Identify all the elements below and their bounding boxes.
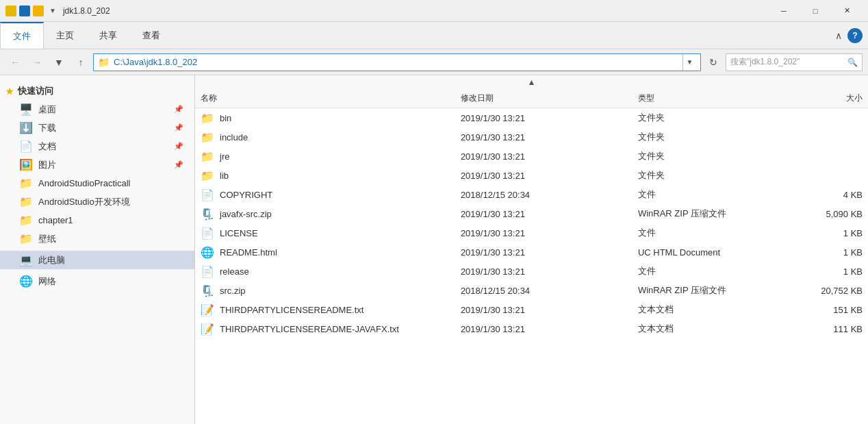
col-header-name[interactable]: 名称	[201, 92, 461, 104]
file-name: README.html	[220, 247, 277, 258]
search-placeholder: 搜索"jdk1.8.0_202"	[730, 56, 847, 68]
sidebar-item-label-documents: 文档	[38, 140, 56, 153]
main-area: ★ 快速访问 🖥️ 桌面 📌 ⬇️ 下载 📌 📄 文档 📌 🖼️ 图片	[0, 75, 868, 424]
refresh-button[interactable]: ↻	[704, 53, 723, 72]
col-header-date[interactable]: 修改日期	[461, 92, 638, 104]
forward-button[interactable]: →	[27, 53, 47, 72]
file-name: release	[220, 266, 249, 277]
file-date: 2019/1/30 13:21	[461, 171, 638, 181]
sidebar-item-pictures[interactable]: 🖼️ 图片 📌	[0, 155, 194, 174]
table-row[interactable]: 🗜️ src.zip 2018/12/15 20:34 WinRAR ZIP 压…	[195, 281, 868, 300]
up-button[interactable]: ↑	[71, 53, 90, 72]
file-date: 2019/1/30 13:21	[461, 228, 638, 238]
file-type: 文本文档	[638, 303, 780, 316]
sidebar-item-thispc[interactable]: 💻 此电脑	[0, 251, 194, 269]
file-type: 文件	[638, 265, 780, 277]
title-icon-blue	[19, 5, 30, 16]
zip-icon: 🗜️	[201, 285, 214, 297]
sidebar-item-documents[interactable]: 📄 文档 📌	[0, 137, 194, 155]
recent-locations-button[interactable]: ▼	[49, 53, 68, 72]
folder-doc-icon: 📄	[19, 140, 33, 153]
address-bar[interactable]: 📁 C:\Java\jdk1.8.0_202 ▼	[93, 53, 701, 71]
window-controls: ─ □ ✕	[768, 0, 863, 22]
minimize-button[interactable]: ─	[768, 0, 800, 22]
sidebar-item-label-network: 网络	[38, 275, 56, 288]
close-button[interactable]: ✕	[831, 0, 863, 22]
folder-download-icon: ⬇️	[19, 121, 33, 134]
ribbon-right: ∧ ?	[835, 28, 868, 43]
file-date: 2018/12/15 20:34	[461, 286, 638, 296]
table-row[interactable]: 📄 COPYRIGHT 2018/12/15 20:34 文件 4 KB	[195, 185, 868, 204]
table-row[interactable]: 📝 THIRDPARTYLICENSEREADME-JAVAFX.txt 201…	[195, 319, 868, 338]
search-icon: 🔍	[847, 58, 858, 67]
file-name: jre	[220, 151, 229, 162]
ribbon: 文件 主页 共享 查看 ∧ ?	[0, 22, 868, 49]
file-type: 文件	[638, 188, 780, 201]
title-bar: ▼ jdk1.8.0_202 ─ □ ✕	[0, 0, 868, 22]
tab-view[interactable]: 查看	[130, 22, 173, 49]
table-row[interactable]: 📄 LICENSE 2019/1/30 13:21 文件 1 KB	[195, 223, 868, 242]
sidebar-item-wallpaper[interactable]: 📁 壁纸	[0, 229, 194, 248]
table-row[interactable]: 📁 lib 2019/1/30 13:21 文件夹	[195, 166, 868, 185]
table-row[interactable]: 🌐 README.html 2019/1/30 13:21 UC HTML Do…	[195, 242, 868, 262]
folder-file-icon: 📁	[201, 151, 214, 162]
sidebar-item-label-wallpaper: 壁纸	[38, 233, 56, 245]
file-date: 2019/1/30 13:21	[461, 266, 638, 277]
file-type: 文件夹	[638, 169, 780, 182]
table-row[interactable]: 📁 bin 2019/1/30 13:21 文件夹	[195, 108, 868, 127]
folder-blue-icon: 🖥️	[19, 103, 33, 116]
table-row[interactable]: 🗜️ javafx-src.zip 2019/1/30 13:21 WinRAR…	[195, 204, 868, 223]
title-icon-yellow	[5, 5, 16, 16]
back-button[interactable]: ←	[5, 53, 25, 72]
file-type: 文件夹	[638, 112, 780, 124]
search-bar[interactable]: 搜索"jdk1.8.0_202" 🔍	[726, 53, 863, 71]
file-date: 2019/1/30 13:21	[461, 113, 638, 123]
file-name: src.zip	[220, 286, 246, 296]
sidebar-item-chapter1[interactable]: 📁 chapter1	[0, 211, 194, 229]
tab-share[interactable]: 共享	[87, 22, 130, 49]
sidebar-item-network[interactable]: 🌐 网络	[0, 272, 194, 290]
table-row[interactable]: 📝 THIRDPARTYLICENSEREADME.txt 2019/1/30 …	[195, 300, 868, 319]
tab-home[interactable]: 主页	[44, 22, 87, 49]
folder-file-icon: 📁	[201, 112, 214, 124]
file-name: bin	[220, 113, 231, 123]
quick-access-header[interactable]: ★ 快速访问	[0, 81, 194, 100]
file-name: LICENSE	[220, 228, 258, 238]
file-date: 2018/12/15 20:34	[461, 190, 638, 200]
file-size: 1 KB	[780, 266, 863, 277]
sidebar-item-desktop[interactable]: 🖥️ 桌面 📌	[0, 100, 194, 119]
table-row[interactable]: 📁 jre 2019/1/30 13:21 文件夹	[195, 147, 868, 166]
ribbon-collapse-icon[interactable]: ∧	[835, 30, 842, 41]
pin-icon-documents: 📌	[174, 142, 183, 151]
table-row[interactable]: 📁 include 2019/1/30 13:21 文件夹	[195, 127, 868, 147]
pin-icon-pictures: 📌	[174, 160, 183, 169]
col-header-size[interactable]: 大小	[780, 92, 863, 104]
file-type: WinRAR ZIP 压缩文件	[638, 284, 780, 297]
help-button[interactable]: ?	[847, 28, 863, 43]
file-size: 111 KB	[780, 324, 863, 334]
folder-icon-1: 📁	[19, 177, 33, 190]
quick-access-section: ★ 快速访问 🖥️ 桌面 📌 ⬇️ 下载 📌 📄 文档 📌 🖼️ 图片	[0, 81, 194, 248]
file-type: UC HTML Document	[638, 247, 780, 258]
txt-icon: 📝	[201, 323, 214, 335]
file-type: 文件夹	[638, 131, 780, 143]
address-row: ← → ▼ ↑ 📁 C:\Java\jdk1.8.0_202 ▼ ↻ 搜索"jd…	[0, 49, 868, 75]
address-dropdown-button[interactable]: ▼	[682, 54, 696, 71]
file-size: 1 KB	[780, 247, 863, 258]
table-row[interactable]: 📄 release 2019/1/30 13:21 文件 1 KB	[195, 262, 868, 281]
maximize-button[interactable]: □	[800, 0, 831, 22]
sidebar-item-downloads[interactable]: ⬇️ 下载 📌	[0, 119, 194, 137]
sidebar-item-androidstudio2[interactable]: 📁 AndroidStudio开发环境	[0, 192, 194, 211]
file-date: 2019/1/30 13:21	[461, 305, 638, 315]
tab-file[interactable]: 文件	[0, 22, 44, 49]
sidebar-item-androidstudio1[interactable]: 📁 AndroidStudioPracticall	[0, 174, 194, 192]
folder-icon-4: 📁	[19, 232, 33, 245]
sort-arrow-icon: ▲	[528, 77, 536, 87]
file-name: THIRDPARTYLICENSEREADME.txt	[220, 305, 363, 315]
file-size: 1 KB	[780, 228, 863, 238]
file-date: 2019/1/30 13:21	[461, 151, 638, 162]
sidebar: ★ 快速访问 🖥️ 桌面 📌 ⬇️ 下载 📌 📄 文档 📌 🖼️ 图片	[0, 75, 195, 424]
file-date: 2019/1/30 13:21	[461, 324, 638, 334]
folder-icon-2: 📁	[19, 195, 33, 208]
col-header-type[interactable]: 类型	[638, 92, 780, 104]
